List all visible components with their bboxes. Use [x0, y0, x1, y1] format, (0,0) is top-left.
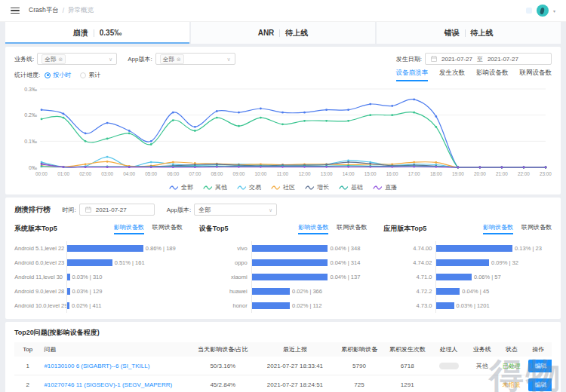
legend-label: 交易 [249, 183, 261, 191]
data-point [281, 123, 284, 125]
bar[interactable] [252, 245, 328, 252]
x-axis-tick: 05:00 [145, 171, 157, 176]
top5-panel: 应用版本Top5影响设备数联网设备数4.74.000.13% | 234.74.… [383, 223, 552, 313]
legend-item-全部[interactable]: 全部 [169, 183, 193, 191]
time-picker[interactable]: 2021-07-27 [79, 204, 155, 216]
legend-item-增长[interactable]: 增长 [305, 183, 329, 191]
data-point [413, 166, 415, 168]
radio-by-hour[interactable]: 按小时 [45, 71, 71, 79]
time-label: 时间: [63, 206, 76, 214]
x-axis-tick: 16:00 [386, 171, 398, 176]
bar[interactable] [67, 288, 70, 295]
app-version-select[interactable]: 全部 ⊗ ∨ [155, 53, 235, 65]
tab-online-devices[interactable]: 联网设备数 [337, 223, 367, 234]
issue-link[interactable]: #10270746 11 (SIGSEGV)-1 (SEGV_MAPERR) [44, 381, 172, 388]
issue-link[interactable]: #10130100 6 (SIGABRT)--6 (SI_TKILL) [44, 363, 149, 369]
time-value[interactable]: 2021-07-27 [96, 207, 127, 213]
bar-row: honor0.02% | 112 [199, 299, 368, 313]
tag-close-icon[interactable]: ⊗ [58, 55, 63, 63]
issues-table: Top问题当天影响设备/占比最近上报累积影响设备累积发生次数处理人业务线状态操作… [14, 342, 552, 392]
data-point [194, 130, 196, 132]
tab-crash[interactable]: 崩溃 0.35‰ [5, 22, 189, 44]
bar[interactable] [252, 302, 290, 309]
data-point [369, 114, 371, 116]
bar[interactable] [436, 259, 489, 266]
data-point [172, 161, 174, 164]
radio-icon [45, 72, 51, 78]
bar[interactable] [67, 245, 143, 252]
bar-label: Android 10.0,level 29 [14, 302, 66, 309]
data-point [523, 167, 525, 169]
legend-item-直播[interactable]: 直播 [373, 183, 397, 191]
metric-tab-occurrences[interactable]: 发生次数 [439, 69, 465, 81]
edit-button[interactable]: 编辑 [528, 378, 552, 391]
bar-value: 0.03% | 129 [72, 288, 103, 295]
selected-tag: 全部 ⊗ [160, 54, 184, 64]
legend-item-社区[interactable]: 社区 [271, 183, 295, 191]
bar[interactable] [67, 302, 69, 309]
metric-tab-affected-devices[interactable]: 影响设备数 [476, 69, 509, 81]
bar[interactable] [436, 274, 472, 280]
breadcrumb-app[interactable]: Crash平台 [29, 6, 59, 15]
bar[interactable] [67, 259, 112, 266]
calendar-icon [85, 207, 91, 213]
chevron-down-icon[interactable]: ▾ [553, 8, 555, 14]
legend-label: 直播 [385, 183, 397, 191]
radio-cumulative[interactable]: 累计 [80, 71, 100, 79]
tab-error[interactable]: 错误 待上线 [377, 22, 561, 44]
tab-anr[interactable]: ANR 待上线 [191, 22, 375, 44]
bar[interactable] [252, 274, 328, 280]
tab-affected-devices[interactable]: 影响设备数 [114, 223, 144, 234]
tag-close-icon[interactable]: ⊗ [177, 55, 181, 63]
menu-icon[interactable] [11, 8, 20, 14]
date-to[interactable]: 2021-07-27 [488, 56, 518, 63]
data-point [369, 163, 371, 165]
edit-button[interactable]: 编辑 [528, 360, 552, 372]
notification-icon[interactable] [526, 8, 532, 14]
metric-tab-crash-rate[interactable]: 设备崩溃率 [396, 69, 429, 81]
bar[interactable] [252, 288, 290, 295]
data-point [106, 138, 109, 140]
data-point [303, 120, 306, 122]
data-point [347, 161, 349, 164]
x-axis-tick: 10:00 [255, 171, 267, 176]
metric-tab-online-devices[interactable]: 联网设备数 [520, 69, 552, 81]
tab-online-devices[interactable]: 联网设备数 [152, 223, 183, 234]
y-axis-tick: 0.2‰ [24, 112, 37, 118]
lb-app-version-select[interactable]: 全部 ∨ [194, 204, 277, 216]
bar[interactable] [436, 302, 454, 309]
data-point [172, 112, 174, 114]
tab-online-devices[interactable]: 联网设备数 [521, 223, 552, 234]
legend-item-交易[interactable]: 交易 [237, 183, 261, 191]
bar[interactable] [67, 274, 70, 280]
tab-affected-devices[interactable]: 影响设备数 [298, 223, 328, 234]
data-point [391, 114, 393, 116]
data-point [41, 163, 43, 165]
wave-icon [373, 185, 383, 191]
date-range-picker[interactable]: 2021-07-27 至 2021-07-27 [425, 53, 552, 65]
topbar-right: ▾ [526, 5, 555, 17]
bar-value: 0.03% | 310 [72, 274, 103, 280]
bar[interactable] [252, 259, 328, 266]
avatar[interactable] [537, 5, 549, 17]
data-point [194, 166, 196, 168]
wave-icon [339, 185, 349, 191]
bar[interactable] [436, 288, 460, 295]
date-from[interactable]: 2021-07-27 [441, 56, 472, 63]
tab-affected-devices[interactable]: 影响设备数 [483, 223, 513, 234]
panel-tabs: 影响设备数联网设备数 [114, 223, 183, 234]
total-occurrences: 6718 [383, 357, 432, 375]
select-value: 全部 [198, 206, 211, 214]
issues-table-body: 1#10130100 6 (SIGABRT)--6 (SI_TKILL)50/3… [14, 357, 552, 392]
business-line-select[interactable]: 全部 ⊗ ∨ [37, 53, 117, 65]
data-point [391, 105, 393, 107]
bar[interactable] [436, 245, 512, 252]
handler [432, 375, 466, 392]
x-axis-tick: 23:00 [540, 171, 552, 176]
data-point [281, 112, 284, 114]
bar-value: 0.04% | 348 [330, 245, 360, 252]
top5-panel: 设备Top5影响设备数联网设备数vivo0.04% | 348oppo0.04%… [199, 223, 368, 313]
bar-chart: Android 5.1,level 220.86% | 189Android 6… [14, 241, 183, 313]
legend-item-基础[interactable]: 基础 [339, 183, 363, 191]
legend-item-其他[interactable]: 其他 [203, 183, 227, 191]
